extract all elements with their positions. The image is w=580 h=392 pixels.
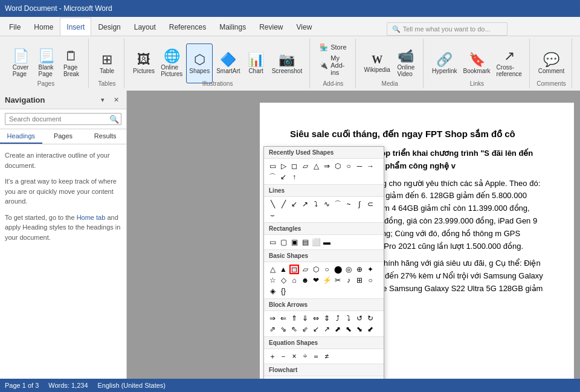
basic-14[interactable]: ☻ <box>300 275 310 285</box>
tab-headings[interactable]: Headings <box>0 129 42 144</box>
line-connector1[interactable]: ⊂ <box>366 199 375 209</box>
shapes-button[interactable]: ⬡ Shapes <box>186 43 213 83</box>
basic-1[interactable]: △ <box>268 265 277 274</box>
ba-18[interactable]: ⬉ <box>344 324 353 334</box>
line-wave[interactable]: ∿ <box>322 199 332 209</box>
ba-14[interactable]: ⇙ <box>300 324 310 334</box>
tab-view[interactable]: View <box>290 18 319 36</box>
shape-right-arrow[interactable]: ⇒ <box>322 161 332 171</box>
shape-bent-arrow[interactable]: ↙ <box>279 172 288 182</box>
basic-12[interactable]: ◇ <box>279 275 288 285</box>
ba-17[interactable]: ⬈ <box>333 324 343 334</box>
basic-15[interactable]: ❤ <box>311 275 321 285</box>
eq-3[interactable]: × <box>289 352 299 361</box>
tab-references[interactable]: References <box>163 18 213 36</box>
eq-2[interactable]: － <box>279 352 288 361</box>
basic-7[interactable]: ⬤ <box>333 265 343 274</box>
tab-insert[interactable]: Insert <box>60 18 91 36</box>
ba-1[interactable]: ⇒ <box>268 313 277 323</box>
store-button[interactable]: 🏪 Store <box>316 39 350 56</box>
pictures-button[interactable]: 🖼 Pictures <box>130 43 157 83</box>
bookmark-button[interactable]: 🔖 Bookmark <box>461 43 493 83</box>
basic-17[interactable]: ✂ <box>333 275 343 285</box>
ba-16[interactable]: ↗ <box>322 324 332 334</box>
shape-parallelogram[interactable]: ▱ <box>300 161 310 171</box>
search-icon[interactable]: 🔍 <box>109 115 119 124</box>
line-straight[interactable]: ╲ <box>268 199 277 209</box>
cross-reference-button[interactable]: ↗ Cross-reference <box>494 43 524 83</box>
tell-me-input[interactable]: 🔍 Tell me what you want to do... <box>387 22 507 36</box>
smartart-button[interactable]: 🔷 SmartArt <box>214 43 242 83</box>
rect-6[interactable]: ▬ <box>322 237 332 247</box>
table-button[interactable]: ⊞ Table <box>95 43 119 83</box>
ba-10[interactable]: ↻ <box>366 313 375 323</box>
ba-11[interactable]: ⇗ <box>268 324 277 334</box>
eq-5[interactable]: ＝ <box>311 352 321 361</box>
page-break-button[interactable]: 🗒 PageBreak <box>59 43 83 83</box>
tab-mailings[interactable]: Mailings <box>213 18 253 36</box>
basic-21[interactable]: ◈ <box>268 286 277 296</box>
line-arrow2[interactable]: ↗ <box>300 199 310 209</box>
basic-9[interactable]: ⊕ <box>355 265 364 274</box>
basic-19[interactable]: ⊞ <box>355 275 364 285</box>
online-pictures-button[interactable]: 🌐 OnlinePictures <box>158 43 185 83</box>
basic-6[interactable]: ○ <box>322 265 332 274</box>
shape-hexagon[interactable]: ⬡ <box>333 161 343 171</box>
ba-15[interactable]: ↙ <box>311 324 321 334</box>
shape-rectangle[interactable]: ▭ <box>268 161 277 171</box>
eq-1[interactable]: ＋ <box>268 352 277 361</box>
tab-layout[interactable]: Layout <box>127 18 163 36</box>
line-scribble[interactable]: ~ <box>344 199 353 209</box>
ba-3[interactable]: ⇑ <box>289 313 299 323</box>
search-input[interactable] <box>5 113 121 125</box>
tab-file[interactable]: File <box>2 18 27 36</box>
basic-11[interactable]: ☆ <box>268 275 277 285</box>
basic-13[interactable]: ⌂ <box>289 275 299 285</box>
rect-4[interactable]: ▤ <box>300 237 310 247</box>
screenshot-button[interactable]: 📷 Screenshot <box>269 43 305 83</box>
ba-7[interactable]: ⤴ <box>333 313 343 323</box>
tab-pages[interactable]: Pages <box>42 129 85 144</box>
tab-design[interactable]: Design <box>91 18 127 36</box>
nav-close-button[interactable]: ✕ <box>111 94 121 105</box>
shape-line-arrow[interactable]: → <box>366 161 375 171</box>
shape-square[interactable]: ◻ <box>289 161 299 171</box>
line-arrow1[interactable]: ↙ <box>289 199 299 209</box>
ba-4[interactable]: ⇓ <box>300 313 310 323</box>
basic-5[interactable]: ⬡ <box>311 265 321 274</box>
basic-3-selected[interactable]: ◻ <box>289 265 299 274</box>
shape-circle[interactable]: ○ <box>344 161 353 171</box>
eq-4[interactable]: ÷ <box>300 352 310 361</box>
basic-16[interactable]: ⚡ <box>322 275 332 285</box>
shape-triangle[interactable]: △ <box>311 161 321 171</box>
ba-9[interactable]: ↺ <box>355 313 364 323</box>
ba-12[interactable]: ⇘ <box>279 324 288 334</box>
line-diagonal[interactable]: ╱ <box>279 199 288 209</box>
basic-4[interactable]: ▱ <box>300 265 310 274</box>
tab-home[interactable]: Home <box>27 18 60 36</box>
ba-13[interactable]: ⇖ <box>289 324 299 334</box>
basic-18[interactable]: ♪ <box>344 275 353 285</box>
basic-10[interactable]: ✦ <box>366 265 375 274</box>
hyperlink-button[interactable]: 🔗 Hyperlink <box>430 43 460 83</box>
ba-20[interactable]: ⬋ <box>366 324 375 334</box>
line-curve1[interactable]: ⤵ <box>311 199 321 209</box>
my-addins-button[interactable]: 🔌 My Add-ins <box>316 57 350 74</box>
wikipedia-button[interactable]: W Wikipedia <box>362 43 393 83</box>
line-freeform[interactable]: ∫ <box>355 199 364 209</box>
comment-button[interactable]: 💬 Comment <box>536 43 567 83</box>
line-connector2[interactable]: ⌣ <box>268 210 277 220</box>
basic-2[interactable]: ▲ <box>279 265 288 274</box>
rect-3[interactable]: ▣ <box>289 237 299 247</box>
ba-8[interactable]: ⤵ <box>344 313 353 323</box>
ba-5[interactable]: ⇔ <box>311 313 321 323</box>
ba-19[interactable]: ⬊ <box>355 324 364 334</box>
tab-results[interactable]: Results <box>84 129 126 144</box>
ba-2[interactable]: ⇐ <box>279 313 288 323</box>
rect-1[interactable]: ▭ <box>268 237 277 247</box>
shape-up-arrow[interactable]: ↑ <box>289 172 299 182</box>
cover-page-button[interactable]: 📄 CoverPage <box>8 43 33 83</box>
rect-2[interactable]: ▢ <box>279 237 288 247</box>
shape-arrow[interactable]: ▷ <box>279 161 288 171</box>
nav-menu-button[interactable]: ▾ <box>97 94 108 105</box>
